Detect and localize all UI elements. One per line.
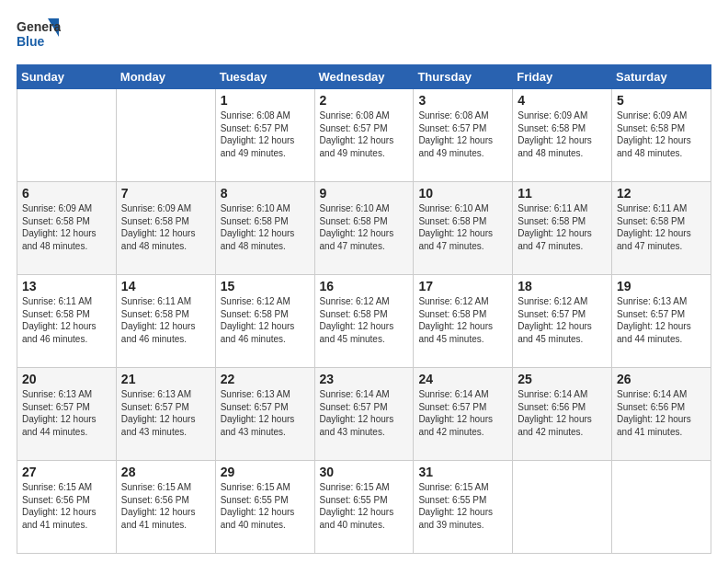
day-cell: 2Sunrise: 6:08 AMSunset: 6:57 PMDaylight… (314, 89, 414, 182)
day-number: 12 (617, 186, 707, 201)
day-detail: Sunrise: 6:13 AMSunset: 6:57 PMDaylight:… (221, 388, 311, 438)
week-row-5: 27Sunrise: 6:15 AMSunset: 6:56 PMDayligh… (17, 461, 711, 554)
header-friday: Friday (513, 65, 612, 89)
day-detail: Sunrise: 6:12 AMSunset: 6:58 PMDaylight:… (320, 295, 410, 345)
day-number: 10 (418, 186, 508, 201)
svg-text:General: General (17, 19, 61, 34)
day-detail: Sunrise: 6:09 AMSunset: 6:58 PMDaylight:… (518, 109, 608, 159)
svg-text:Blue: Blue (17, 34, 45, 49)
day-number: 23 (320, 372, 410, 386)
day-number: 7 (121, 186, 211, 201)
day-detail: Sunrise: 6:15 AMSunset: 6:55 PMDaylight:… (221, 481, 311, 531)
day-cell: 25Sunrise: 6:14 AMSunset: 6:56 PMDayligh… (513, 368, 612, 461)
week-row-4: 20Sunrise: 6:13 AMSunset: 6:57 PMDayligh… (17, 368, 711, 461)
day-detail: Sunrise: 6:14 AMSunset: 6:56 PMDaylight:… (617, 388, 707, 438)
day-cell: 16Sunrise: 6:12 AMSunset: 6:58 PMDayligh… (314, 275, 414, 368)
day-cell (513, 461, 612, 554)
day-number: 11 (518, 186, 608, 201)
logo: GeneralBlue (17, 17, 61, 55)
day-cell (612, 461, 711, 554)
day-number: 15 (221, 279, 311, 293)
day-detail: Sunrise: 6:08 AMSunset: 6:57 PMDaylight:… (320, 109, 410, 159)
day-number: 29 (221, 465, 311, 479)
week-row-2: 6Sunrise: 6:09 AMSunset: 6:58 PMDaylight… (17, 182, 711, 275)
day-detail: Sunrise: 6:09 AMSunset: 6:58 PMDaylight:… (617, 109, 707, 159)
day-cell: 3Sunrise: 6:08 AMSunset: 6:57 PMDaylight… (414, 89, 513, 182)
day-number: 3 (418, 93, 508, 108)
day-detail: Sunrise: 6:09 AMSunset: 6:58 PMDaylight:… (22, 202, 112, 252)
day-detail: Sunrise: 6:08 AMSunset: 6:57 PMDaylight:… (221, 109, 311, 159)
day-cell: 8Sunrise: 6:10 AMSunset: 6:58 PMDaylight… (215, 182, 314, 275)
day-cell: 5Sunrise: 6:09 AMSunset: 6:58 PMDaylight… (612, 89, 711, 182)
day-detail: Sunrise: 6:14 AMSunset: 6:57 PMDaylight:… (418, 388, 508, 438)
week-row-1: 1Sunrise: 6:08 AMSunset: 6:57 PMDaylight… (17, 89, 711, 182)
day-number: 18 (518, 279, 608, 293)
day-cell: 31Sunrise: 6:15 AMSunset: 6:55 PMDayligh… (414, 461, 513, 554)
week-row-3: 13Sunrise: 6:11 AMSunset: 6:58 PMDayligh… (17, 275, 711, 368)
day-number: 26 (617, 372, 707, 386)
header-tuesday: Tuesday (215, 65, 314, 89)
day-number: 25 (518, 372, 608, 386)
day-number: 9 (320, 186, 410, 201)
day-detail: Sunrise: 6:13 AMSunset: 6:57 PMDaylight:… (617, 295, 707, 345)
header-thursday: Thursday (414, 65, 513, 89)
day-cell: 30Sunrise: 6:15 AMSunset: 6:55 PMDayligh… (314, 461, 414, 554)
day-cell: 20Sunrise: 6:13 AMSunset: 6:57 PMDayligh… (17, 368, 117, 461)
day-number: 8 (221, 186, 311, 201)
day-cell: 14Sunrise: 6:11 AMSunset: 6:58 PMDayligh… (116, 275, 215, 368)
day-cell: 17Sunrise: 6:12 AMSunset: 6:58 PMDayligh… (414, 275, 513, 368)
day-detail: Sunrise: 6:11 AMSunset: 6:58 PMDaylight:… (121, 295, 211, 345)
day-cell: 9Sunrise: 6:10 AMSunset: 6:58 PMDaylight… (314, 182, 414, 275)
calendar-table: SundayMondayTuesdayWednesdayThursdayFrid… (17, 64, 711, 554)
day-detail: Sunrise: 6:13 AMSunset: 6:57 PMDaylight:… (22, 388, 112, 438)
day-number: 2 (320, 93, 410, 108)
day-detail: Sunrise: 6:12 AMSunset: 6:57 PMDaylight:… (518, 295, 608, 345)
day-detail: Sunrise: 6:10 AMSunset: 6:58 PMDaylight:… (418, 202, 508, 252)
day-detail: Sunrise: 6:15 AMSunset: 6:56 PMDaylight:… (22, 481, 112, 531)
day-number: 22 (221, 372, 311, 386)
day-detail: Sunrise: 6:14 AMSunset: 6:56 PMDaylight:… (518, 388, 608, 438)
day-detail: Sunrise: 6:11 AMSunset: 6:58 PMDaylight:… (518, 202, 608, 252)
header-saturday: Saturday (612, 65, 711, 89)
day-number: 21 (121, 372, 211, 386)
day-cell (17, 89, 117, 182)
day-detail: Sunrise: 6:11 AMSunset: 6:58 PMDaylight:… (22, 295, 112, 345)
day-number: 13 (22, 279, 112, 293)
header-monday: Monday (116, 65, 215, 89)
day-number: 1 (221, 93, 311, 108)
calendar-header-row: SundayMondayTuesdayWednesdayThursdayFrid… (17, 65, 711, 89)
day-detail: Sunrise: 6:10 AMSunset: 6:58 PMDaylight:… (320, 202, 410, 252)
day-detail: Sunrise: 6:12 AMSunset: 6:58 PMDaylight:… (221, 295, 311, 345)
day-cell: 24Sunrise: 6:14 AMSunset: 6:57 PMDayligh… (414, 368, 513, 461)
day-cell: 18Sunrise: 6:12 AMSunset: 6:57 PMDayligh… (513, 275, 612, 368)
day-cell: 22Sunrise: 6:13 AMSunset: 6:57 PMDayligh… (215, 368, 314, 461)
day-number: 28 (121, 465, 211, 479)
day-cell: 19Sunrise: 6:13 AMSunset: 6:57 PMDayligh… (612, 275, 711, 368)
day-detail: Sunrise: 6:15 AMSunset: 6:55 PMDaylight:… (320, 481, 410, 531)
day-cell: 28Sunrise: 6:15 AMSunset: 6:56 PMDayligh… (116, 461, 215, 554)
logo-svg: GeneralBlue (17, 17, 61, 55)
day-cell: 15Sunrise: 6:12 AMSunset: 6:58 PMDayligh… (215, 275, 314, 368)
day-number: 31 (418, 465, 508, 479)
header: GeneralBlue (17, 17, 711, 55)
day-cell: 13Sunrise: 6:11 AMSunset: 6:58 PMDayligh… (17, 275, 117, 368)
day-detail: Sunrise: 6:10 AMSunset: 6:58 PMDaylight:… (221, 202, 311, 252)
day-detail: Sunrise: 6:08 AMSunset: 6:57 PMDaylight:… (418, 109, 508, 159)
day-cell: 11Sunrise: 6:11 AMSunset: 6:58 PMDayligh… (513, 182, 612, 275)
day-cell: 6Sunrise: 6:09 AMSunset: 6:58 PMDaylight… (17, 182, 117, 275)
day-detail: Sunrise: 6:15 AMSunset: 6:55 PMDaylight:… (418, 481, 508, 531)
day-cell: 29Sunrise: 6:15 AMSunset: 6:55 PMDayligh… (215, 461, 314, 554)
day-cell: 21Sunrise: 6:13 AMSunset: 6:57 PMDayligh… (116, 368, 215, 461)
day-detail: Sunrise: 6:15 AMSunset: 6:56 PMDaylight:… (121, 481, 211, 531)
day-number: 17 (418, 279, 508, 293)
day-cell: 1Sunrise: 6:08 AMSunset: 6:57 PMDaylight… (215, 89, 314, 182)
day-cell (116, 89, 215, 182)
day-cell: 27Sunrise: 6:15 AMSunset: 6:56 PMDayligh… (17, 461, 117, 554)
day-number: 24 (418, 372, 508, 386)
day-cell: 4Sunrise: 6:09 AMSunset: 6:58 PMDaylight… (513, 89, 612, 182)
day-number: 4 (518, 93, 608, 108)
day-detail: Sunrise: 6:09 AMSunset: 6:58 PMDaylight:… (121, 202, 211, 252)
day-number: 30 (320, 465, 410, 479)
day-number: 5 (617, 93, 707, 108)
day-cell: 10Sunrise: 6:10 AMSunset: 6:58 PMDayligh… (414, 182, 513, 275)
